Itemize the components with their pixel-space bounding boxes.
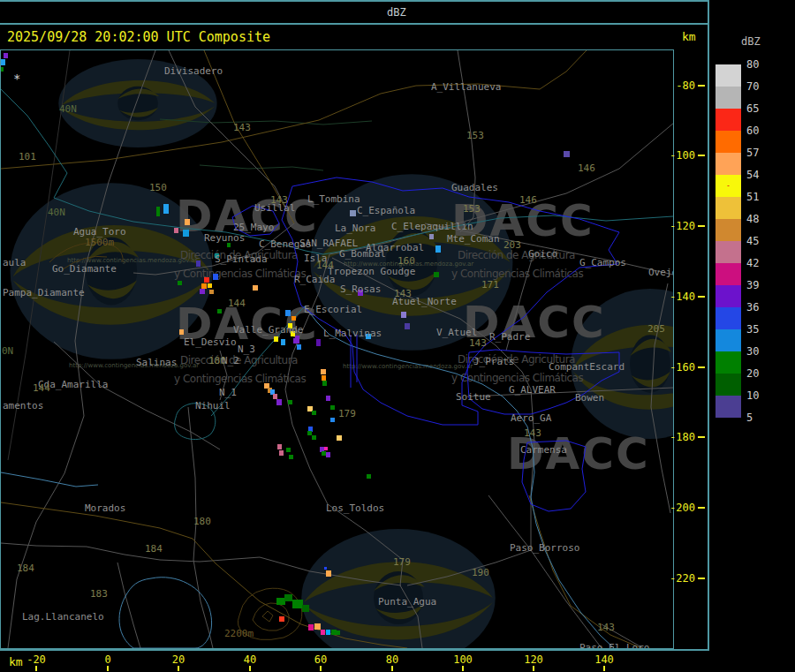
map-label-road: 144 [316,260,334,271]
radar-echo-pixel [209,290,214,294]
x-tick-label: 120 [524,653,543,666]
map-label-town: Valle_Grande [233,324,303,336]
radar-composite-app: dBZ 2025/09/28 20:02:00 UTC Composite km [0,0,795,672]
x-tick-label: 80 [386,653,398,666]
map-label-town: Lag.Llancanelo [22,611,104,623]
map-label-contour: 2200m [224,628,254,639]
legend-value-label: 48 [746,213,759,225]
map-label-town: Paso_El_Loro [579,642,649,648]
map-label-town: Go_Diamante [52,263,117,275]
x-tick-label: 100 [453,653,473,666]
x-tick-label: 60 [314,653,327,666]
map-label-town: G_Campos [579,257,626,268]
map-label-road: 146 [519,194,537,206]
radar-map-canvas[interactable]: DACCDACCDACCDACCDACCDirección de Agricul… [0,49,674,649]
radar-echo-pixel [322,381,327,386]
radar-echo-pixel [326,570,331,577]
map-label-town: R_Caida [294,274,335,285]
map-label-town: N_1 [219,387,237,398]
x-tick-label: -20 [26,653,46,666]
legend-swatch [716,197,741,219]
map-label-road: 144 [228,298,246,309]
legend-value-label: 80 [746,58,759,71]
radar-echo-pixel [285,310,291,316]
map-label-town: Aero_GA [511,412,552,424]
map-label-road: 143 [233,122,251,133]
radar-echo-pixel [429,234,434,239]
map-label-town: C_Elepaquillin [391,221,473,232]
x-tick-mark [320,666,322,671]
map-label-road: 184 [17,563,34,574]
legend-swatch [716,153,741,175]
legend-value-label: 42 [746,257,759,269]
map-label-town: Punta_Agua [378,596,436,608]
legend-value-label: 35 [746,323,759,336]
map-label-town: aula [3,257,26,268]
legend-swatch [716,396,741,418]
map-label-town: S_Pintada [215,253,268,265]
legend-title: dBZ [741,35,761,48]
legend-swatch [716,241,741,263]
radar-echo-pixel [321,630,325,635]
radar-echo-pixel [183,230,189,237]
watermark-subtitle: y Contingencias Climáticas [451,372,583,384]
map-label-town: G_Bombal [339,248,386,260]
y-tick-mark [698,507,705,509]
radar-echo-pixel [213,274,218,280]
y-tick-label: -120 [670,220,695,232]
radar-echo-pixel [435,245,441,253]
map-label-town: G_ALVEAR [509,384,556,396]
radar-echo-pixel [322,375,326,381]
radar-echo-pixel [564,151,570,157]
legend-value-label: 39 [746,279,759,291]
radar-echo-pixel [326,630,330,635]
x-tick-label: 40 [244,653,256,666]
map-label-town: El_Desvio [184,336,237,348]
map-label-town: Reyunos [204,232,245,244]
info-bar: 2025/09/28 20:02:00 UTC Composite km [0,25,795,48]
x-tick-label: 20 [172,653,185,666]
map-label-road: 143 [394,288,412,299]
y-tick-mark [698,85,705,87]
map-label-town: amentos [3,400,43,412]
legend-swatch [716,131,741,153]
map-label-road: 143 [597,622,615,633]
legend-value-label: 36 [746,301,759,313]
legend-swatch [716,285,741,307]
radar-echo-pixel [314,623,321,630]
map-label-road: 203 [504,239,521,251]
map-label-town: Tropezon Goudge [328,266,415,277]
y-tick-label: -180 [670,431,695,443]
radar-echo-pixel [330,405,335,410]
legend-value-label: 57 [746,147,759,159]
x-axis: km -20020406080100120140 [0,649,709,672]
radar-echo-pixel [156,207,160,216]
map-label-town: La_Nora [335,223,375,234]
watermark-subtitle: y Contingencias Climáticas [174,268,306,280]
timestamp: 2025/09/28 20:02:00 UTC Composite [7,29,270,45]
map-label-town: Los_Toldos [326,502,384,514]
legend-value-label: 60 [746,125,759,137]
map-label-road: 180 [193,516,211,527]
x-tick-mark [533,666,534,671]
radar-echo-pixel [289,455,293,459]
map-label-road: 101 [19,151,36,162]
legend-value-label: 70 [746,80,759,93]
radar-echo-pixel [321,369,326,374]
x-tick-mark [178,666,179,671]
radar-map-svg: DACCDACCDACCDACCDACCDirección de Agricul… [1,50,673,648]
map-label-road: 160 [398,255,415,267]
radar-echo-pixel [253,285,258,291]
radar-echo-pixel [324,567,327,570]
radar-echo-pixel [324,447,328,450]
map-label-town: R_Padre [489,331,530,343]
map-label-road: 146 [578,162,595,174]
map-label-road: 179 [393,556,411,568]
map-label-town: E_Escorial [304,304,362,315]
radar-echo-pixel [217,309,222,313]
x-tick-label: 0 [104,653,110,666]
radar-echo-pixel [297,344,301,350]
radar-echo-pixel [273,394,277,399]
map-label-road: 183 [90,588,108,600]
y-axis-unit-label: km [682,30,696,43]
